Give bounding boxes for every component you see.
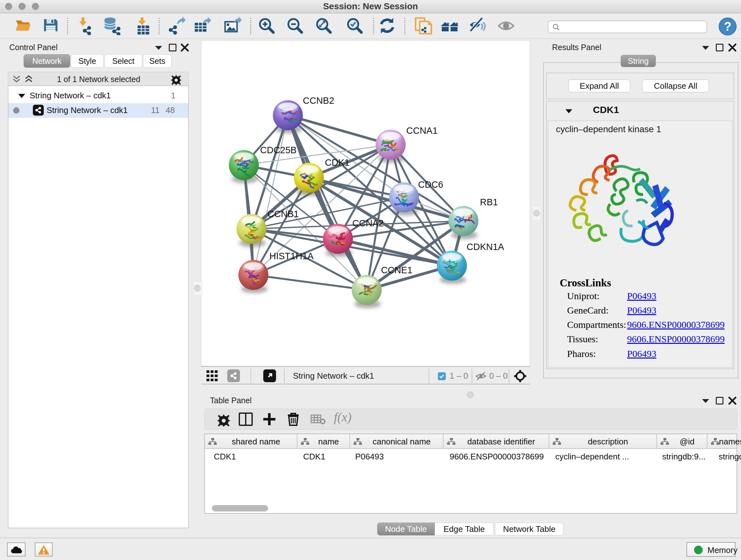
svg-text:CCNA1: CCNA1 <box>406 125 437 136</box>
svg-text:RB1: RB1 <box>480 197 498 207</box>
svg-text:CDK1: CDK1 <box>325 158 349 168</box>
svg-text:HIST1H1A: HIST1H1A <box>269 251 314 261</box>
svg-text:CDKN1A: CDKN1A <box>467 242 504 252</box>
svg-text:CDC6: CDC6 <box>418 179 443 190</box>
svg-text:CCNB1: CCNB1 <box>267 209 299 219</box>
svg-text:CCNB2: CCNB2 <box>303 96 334 106</box>
svg-text:CCNA2: CCNA2 <box>352 218 384 228</box>
svg-text:CDC25B: CDC25B <box>260 145 296 155</box>
svg-text:CCNE1: CCNE1 <box>381 265 412 275</box>
